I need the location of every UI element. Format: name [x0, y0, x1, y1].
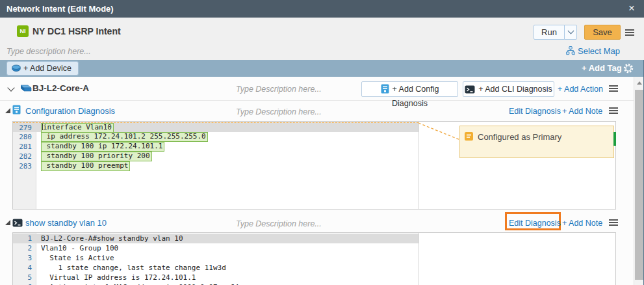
save-button[interactable]: Save: [584, 25, 621, 40]
network-intent-dialog: Network Intent (Edit Mode) × NI NY DC1 H…: [0, 0, 644, 285]
config-diagnosis-title[interactable]: Configuration Diagnosis: [25, 106, 115, 116]
config-code-editor[interactable]: 279interface Vlan10280 ip address 172.24…: [13, 122, 419, 171]
intent-type-badge: NI: [17, 25, 29, 37]
device-section: BJ-L2-Core-A Type Description here... + …: [0, 77, 634, 285]
code-text: standby 100 preempt: [36, 161, 130, 171]
code-line[interactable]: 280 ip address 172.24.101.2 255.255.255.…: [13, 132, 419, 142]
cli-diagnosis-icon: [12, 218, 23, 230]
cli-diagnosis-icon: [465, 85, 475, 94]
scroll-marker: [613, 132, 616, 146]
config-diagnosis-icon: [381, 84, 389, 94]
config-diagnosis-description-input[interactable]: Type Description here...: [236, 107, 322, 116]
code-text: standby 100 priority 200: [36, 152, 152, 161]
intent-description-input[interactable]: Type description here...: [6, 47, 91, 56]
code-text: ip address 172.24.101.2 255.255.255.0: [36, 132, 208, 142]
code-line[interactable]: 6 Active virtual MAC address is 0000.0c0…: [13, 282, 419, 285]
expand-triangle-icon[interactable]: [5, 220, 10, 225]
add-cli-diagnosis-button[interactable]: + Add CLI Diagnosis: [463, 81, 554, 97]
vertical-scrollbar[interactable]: [634, 77, 644, 285]
line-number: 280: [13, 133, 36, 141]
code-line[interactable]: 1BJ-L2-Core-A#show standby vlan 10: [13, 234, 419, 243]
edit-diagnosis-link[interactable]: Edit Diagnosis: [509, 219, 561, 228]
note-icon: [465, 131, 473, 143]
highlighted-code: standby 100 preempt: [41, 161, 130, 171]
run-dropdown-button[interactable]: [564, 25, 577, 40]
intent-header: NI NY DC1 HSRP Intent Run Save Type desc…: [0, 18, 644, 60]
line-number: 4: [13, 264, 36, 272]
add-note-link[interactable]: + Add Note: [562, 219, 602, 228]
add-action-link[interactable]: + Add Action: [558, 85, 603, 94]
device-row: BJ-L2-Core-A Type Description here... + …: [0, 77, 634, 101]
highlighted-code: interface Vlan10: [41, 123, 114, 133]
line-number: 283: [13, 162, 36, 170]
cli-diagnosis-menu-icon[interactable]: [609, 219, 618, 226]
code-line[interactable]: 279interface Vlan10: [13, 122, 419, 132]
cli-diagnosis-header: show standby vlan 10 Type Description he…: [0, 213, 634, 232]
note-text: Configured as Primary: [478, 132, 561, 142]
select-map-link[interactable]: Select Map: [566, 46, 620, 56]
code-line[interactable]: 283 standby 100 preempt: [13, 161, 419, 171]
line-number: 5: [13, 273, 36, 282]
code-text: standby 100 ip 172.24.101.1: [36, 142, 164, 152]
scrollbar-thumb[interactable]: [635, 90, 643, 280]
line-number: 1: [13, 234, 36, 243]
device-toolbar: + Add Device + Add Tag: [0, 60, 644, 77]
config-diagnosis-icon: [12, 105, 21, 117]
line-number: 3: [13, 254, 36, 262]
add-cli-diagnosis-label: + Add CLI Diagnosis: [478, 85, 552, 94]
add-note-link[interactable]: + Add Note: [562, 107, 602, 116]
device-menu-icon[interactable]: [609, 85, 618, 92]
code-text: BJ-L2-Core-A#show standby vlan 10: [36, 234, 183, 243]
cli-code-panel: 1BJ-L2-Core-A#show standby vlan 102Vlan1…: [12, 232, 616, 285]
add-device-label: + Add Device: [23, 64, 71, 73]
cli-code-editor[interactable]: 1BJ-L2-Core-A#show standby vlan 102Vlan1…: [13, 234, 419, 285]
intent-name: NY DC1 HSRP Intent: [32, 26, 121, 36]
code-line[interactable]: 4 1 state change, last state change 11w3…: [13, 263, 419, 273]
dialog-titlebar: Network Intent (Edit Mode) ×: [0, 0, 644, 18]
text-cursor: [42, 124, 43, 130]
close-icon[interactable]: ×: [624, 0, 639, 18]
gear-icon[interactable]: [623, 63, 634, 76]
code-text: 1 state change, last state change 11w3d: [36, 264, 226, 272]
expand-triangle-icon[interactable]: [5, 108, 10, 113]
device-description-input[interactable]: Type Description here...: [236, 85, 322, 94]
line-number: 279: [13, 124, 36, 132]
line-number: 282: [13, 152, 36, 161]
cli-diagnosis-title[interactable]: show standby vlan 10: [25, 218, 107, 228]
code-text: Vlan10 - Group 100: [36, 244, 118, 252]
map-icon: [566, 46, 575, 55]
chevron-down-icon: [568, 28, 574, 34]
diagnosis-note[interactable]: Configured as Primary: [459, 126, 614, 158]
highlighted-code: standby 100 ip 172.24.101.1: [41, 142, 164, 152]
highlighted-code: ip address 172.24.101.2 255.255.255.0: [41, 132, 208, 142]
code-line[interactable]: 2Vlan10 - Group 100: [13, 243, 419, 253]
config-diagnosis-menu-icon[interactable]: [609, 107, 618, 115]
code-line[interactable]: 5 Virtual IP address is 172.24.101.1: [13, 273, 419, 282]
run-button[interactable]: Run: [534, 25, 565, 40]
device-name: BJ-L2-Core-A: [32, 83, 89, 93]
code-line[interactable]: 3 State is Active: [13, 253, 419, 263]
cli-diagnosis-description-input[interactable]: Type Description here...: [236, 219, 322, 228]
code-line[interactable]: 282 standby 100 priority 200: [13, 152, 419, 161]
add-device-button[interactable]: + Add Device: [6, 61, 79, 75]
select-map-label: Select Map: [578, 46, 620, 56]
code-text: interface Vlan10: [36, 123, 114, 133]
edit-diagnosis-link[interactable]: Edit Diagnosis: [509, 107, 561, 116]
config-code-panel: 279interface Vlan10280 ip address 172.24…: [12, 121, 616, 210]
code-text: State is Active: [36, 254, 114, 262]
header-menu-icon[interactable]: [625, 29, 634, 36]
notes-divider: [419, 233, 419, 285]
note-connector-line: [419, 122, 464, 142]
collapse-chevron-icon[interactable]: [7, 84, 14, 91]
config-diagnosis-header: Configuration Diagnosis Type Description…: [0, 101, 634, 121]
code-line[interactable]: 281 standby 100 ip 172.24.101.1: [13, 142, 419, 152]
scroll-up-arrow-icon[interactable]: [637, 81, 642, 85]
dialog-title: Network Intent (Edit Mode): [6, 0, 114, 18]
highlighted-code: standby 100 priority 200: [41, 152, 152, 161]
switch-icon: [19, 83, 32, 96]
device-icon: [12, 64, 21, 72]
add-config-diagnosis-button[interactable]: + Add Config Diagnosis: [361, 81, 458, 97]
line-number: 281: [13, 142, 36, 151]
add-tag-button[interactable]: + Add Tag: [582, 63, 622, 73]
code-text: Virtual IP address is 172.24.101.1: [36, 273, 196, 282]
